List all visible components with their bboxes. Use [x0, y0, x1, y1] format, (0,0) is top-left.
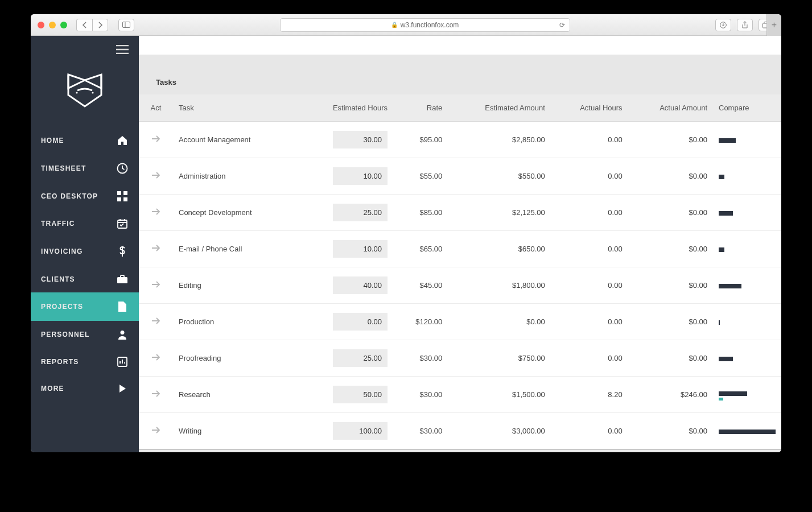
- row-action-icon[interactable]: [151, 354, 160, 362]
- svg-rect-0: [123, 22, 130, 28]
- task-row: Concept Development$85.00$2,125.000.00$0…: [139, 195, 781, 231]
- forward-button[interactable]: [92, 19, 108, 31]
- row-action-icon[interactable]: [151, 208, 160, 217]
- compare-cell: [713, 340, 781, 377]
- col-est-amount: Estimated Amount: [448, 94, 551, 122]
- row-action-icon[interactable]: [151, 317, 160, 326]
- download-icon: [720, 22, 727, 28]
- compare-cell: [713, 377, 781, 413]
- new-tab-button[interactable]: +: [766, 14, 781, 36]
- subtotal-est-amount: $13,225.00: [448, 449, 551, 452]
- sidebar-nav: HOMETIMESHEETCEO DESKTOPTRAFFICINVOICING…: [31, 127, 139, 402]
- col-rate: Rate: [393, 94, 448, 122]
- menu-toggle[interactable]: [31, 36, 139, 63]
- tasks-table: Act Task Estimated Hours Rate Estimated …: [139, 94, 781, 452]
- rate-cell: $120.00: [393, 304, 448, 340]
- sidebar-item-reports[interactable]: REPORTS: [31, 348, 139, 375]
- main-content: Tasks Act Task Estimated Hours Rate Esti…: [139, 36, 781, 452]
- est-amount-cell: $3,000.00: [448, 413, 551, 450]
- est-hours-input[interactable]: [333, 386, 388, 403]
- actual-amount-cell: $0.00: [628, 413, 713, 450]
- est-amount-cell: $2,850.00: [448, 122, 551, 158]
- task-name: Concept Development: [173, 195, 298, 231]
- actual-hours-cell: 0.00: [551, 267, 628, 304]
- sidebar-item-timesheet[interactable]: TIMESHEET: [31, 154, 139, 183]
- compare-cell: [713, 122, 781, 158]
- col-est-hours: Estimated Hours: [298, 94, 393, 122]
- col-actual-amount: Actual Amount: [628, 94, 713, 122]
- est-amount-cell: $0.00: [448, 304, 551, 340]
- est-hours-input[interactable]: [333, 131, 388, 148]
- est-amount-cell: $650.00: [448, 231, 551, 267]
- est-hours-input[interactable]: [333, 276, 388, 294]
- est-hours-input[interactable]: [333, 240, 388, 258]
- url-text: w3.functionfox.com: [401, 21, 459, 29]
- sidebar-item-clients[interactable]: CLIENTS: [31, 266, 139, 292]
- hamburger-icon: [116, 45, 129, 54]
- rate-cell: $45.00: [393, 267, 448, 304]
- subtotal-actual-hours: 8.20: [551, 449, 628, 452]
- actual-amount-cell: $0.00: [628, 231, 713, 267]
- est-amount-cell: $750.00: [448, 340, 551, 377]
- back-button[interactable]: [76, 19, 92, 31]
- rate-cell: $65.00: [393, 231, 448, 267]
- clock-icon: [116, 163, 129, 174]
- browser-titlebar: 🔒 w3.functionfox.com ⟳ +: [31, 14, 781, 36]
- compare-cell: [713, 267, 781, 304]
- row-action-icon[interactable]: [151, 390, 160, 399]
- task-name: Editing: [173, 267, 298, 304]
- row-action-icon[interactable]: [151, 427, 160, 435]
- est-hours-input[interactable]: [333, 349, 388, 367]
- sidebar-item-traffic[interactable]: TRAFFIC: [31, 210, 139, 237]
- est-amount-cell: $550.00: [448, 158, 551, 195]
- task-name: Writing: [173, 413, 298, 450]
- sidebar-item-personnel[interactable]: PERSONNEL: [31, 321, 139, 348]
- est-hours-input[interactable]: [333, 422, 388, 440]
- minimize-window-button[interactable]: [49, 22, 56, 28]
- sidebar-item-label: INVOICING: [41, 247, 116, 255]
- compare-cell: [713, 304, 781, 340]
- sidebar-item-label: PROJECTS: [41, 303, 116, 311]
- maximize-window-button[interactable]: [60, 22, 67, 28]
- svg-rect-10: [123, 197, 127, 201]
- task-row: Administration$55.00$550.000.00$0.00: [139, 158, 781, 195]
- row-action-icon[interactable]: [151, 245, 160, 253]
- actual-amount-cell: $0.00: [628, 158, 713, 195]
- sidebar-item-home[interactable]: HOME: [31, 127, 139, 154]
- rate-cell: $30.00: [393, 413, 448, 450]
- reload-icon[interactable]: ⟳: [559, 21, 565, 29]
- task-row: Editing$45.00$1,800.000.00$0.00: [139, 267, 781, 304]
- compare-cell: [713, 158, 781, 195]
- row-action-icon[interactable]: [151, 281, 160, 290]
- sidebar-item-invoicing[interactable]: INVOICING: [31, 237, 139, 266]
- col-act: Act: [139, 94, 173, 122]
- sidebar-toggle-button[interactable]: [118, 19, 134, 31]
- col-actual-hours: Actual Hours: [551, 94, 628, 122]
- est-hours-input[interactable]: [333, 167, 388, 185]
- address-bar[interactable]: 🔒 w3.functionfox.com ⟳: [280, 18, 570, 32]
- tasks-header-row: Act Task Estimated Hours Rate Estimated …: [139, 94, 781, 122]
- share-button[interactable]: [737, 19, 753, 31]
- sidebar-item-projects[interactable]: PROJECTS: [31, 292, 139, 321]
- actual-hours-cell: 0.00: [551, 122, 628, 158]
- est-hours-input[interactable]: [333, 313, 388, 331]
- actual-hours-cell: 0.00: [551, 340, 628, 377]
- app-logo[interactable]: [31, 63, 139, 127]
- sidebar-item-more[interactable]: MORE: [31, 375, 139, 402]
- actual-amount-cell: $0.00: [628, 304, 713, 340]
- sidebar-item-ceo-desktop[interactable]: CEO DESKTOP: [31, 183, 139, 210]
- tasks-panel: Tasks Act Task Estimated Hours Rate Esti…: [139, 68, 781, 452]
- est-amount-cell: $2,125.00: [448, 195, 551, 231]
- task-row: Production$120.00$0.000.00$0.00: [139, 304, 781, 340]
- task-name: Account Management: [173, 122, 298, 158]
- row-action-icon[interactable]: [151, 135, 160, 144]
- est-hours-input[interactable]: [333, 204, 388, 221]
- task-name: Production: [173, 304, 298, 340]
- page-content: HOMETIMESHEETCEO DESKTOPTRAFFICINVOICING…: [31, 36, 781, 452]
- fox-logo-icon: [63, 70, 107, 111]
- row-action-icon[interactable]: [151, 172, 160, 180]
- downloads-button[interactable]: [715, 19, 731, 31]
- close-window-button[interactable]: [38, 22, 44, 28]
- task-row: Research$30.00$1,500.008.20$246.00: [139, 377, 781, 413]
- svg-rect-9: [117, 197, 121, 201]
